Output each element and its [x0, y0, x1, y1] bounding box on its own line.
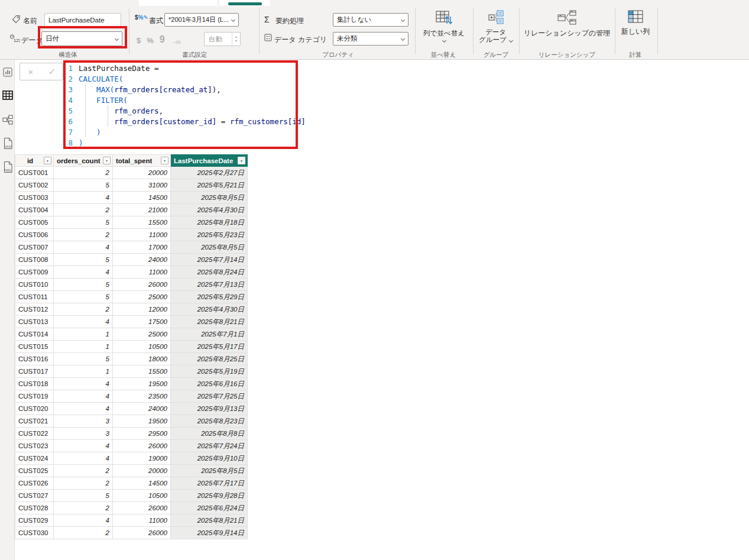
table-cell[interactable]: 2025年4月30日: [171, 204, 248, 216]
table-cell[interactable]: CUST025: [15, 465, 54, 477]
table-cell[interactable]: 2025年5月17日: [171, 341, 248, 353]
filter-dropdown-icon[interactable]: ▼: [44, 157, 51, 164]
table-cell[interactable]: 10500: [113, 341, 171, 353]
table-cell[interactable]: 2025年8月21日: [171, 514, 248, 527]
table-cell[interactable]: 31000: [113, 179, 171, 192]
table-cell[interactable]: 24000: [113, 254, 171, 266]
sort-by-column-button[interactable]: 列で並べ替え: [417, 9, 471, 42]
thousands-separator-icon[interactable]: 9: [160, 34, 165, 45]
table-cell[interactable]: 2: [54, 477, 113, 490]
table-cell[interactable]: 2025年8月8日: [171, 428, 248, 440]
table-cell[interactable]: 11000: [113, 266, 171, 279]
manage-relationships-button[interactable]: リレーションシップの管理: [521, 9, 612, 37]
table-cell[interactable]: CUST018: [15, 378, 54, 390]
commit-icon[interactable]: ✓: [41, 63, 63, 80]
table-cell[interactable]: 14500: [113, 192, 171, 204]
table-cell[interactable]: 2025年7月17日: [171, 477, 248, 490]
table-cell[interactable]: 2025年9月28日: [171, 490, 248, 502]
table-cell[interactable]: 26000: [113, 527, 171, 539]
table-cell[interactable]: 19000: [113, 452, 171, 465]
column-header-total-spent[interactable]: total_spent▼: [113, 155, 171, 167]
code-line[interactable]: 3 MAX(rfm_orders[created_at]),: [67, 85, 306, 95]
table-cell[interactable]: CUST006: [15, 229, 54, 241]
table-cell[interactable]: CUST012: [15, 303, 54, 316]
table-cell[interactable]: 17000: [113, 241, 171, 254]
table-cell[interactable]: 4: [54, 514, 113, 527]
currency-format-icon[interactable]: $: [137, 36, 141, 45]
dax-code[interactable]: 1LastPurchaseDate =2CALCULATE(3 MAX(rfm_…: [67, 63, 306, 148]
table-cell[interactable]: 10500: [113, 490, 171, 502]
table-cell[interactable]: 4: [54, 378, 113, 390]
datatype-dropdown[interactable]: 日付: [41, 31, 122, 46]
percent-format-icon[interactable]: %: [147, 36, 154, 45]
summarization-dropdown[interactable]: 集計しない: [333, 13, 408, 27]
cancel-icon[interactable]: ×: [20, 63, 41, 80]
column-header-lastpurchasedate[interactable]: LastPurchaseDate▼: [171, 155, 248, 167]
sidebar-item-dax-query-view[interactable]: DAX/: [1, 136, 14, 150]
table-cell[interactable]: 21000: [113, 204, 171, 216]
table-cell[interactable]: 19500: [113, 378, 171, 390]
sidebar-item-table-view[interactable]: [1, 88, 14, 102]
table-cell[interactable]: 2025年5月21日: [171, 179, 248, 192]
table-cell[interactable]: 2025年8月25日: [171, 353, 248, 365]
table-cell[interactable]: 29500: [113, 428, 171, 440]
table-cell[interactable]: 2: [54, 303, 113, 316]
table-cell[interactable]: 15500: [113, 365, 171, 378]
table-cell[interactable]: CUST030: [15, 527, 54, 539]
filter-dropdown-icon[interactable]: ▼: [238, 157, 245, 164]
table-cell[interactable]: CUST009: [15, 266, 54, 279]
table-cell[interactable]: 2025年6月24日: [171, 502, 248, 514]
table-cell[interactable]: 2025年7月24日: [171, 440, 248, 452]
code-line[interactable]: 5 rfm_orders,: [67, 106, 306, 116]
table-cell[interactable]: 2025年4月30日: [171, 303, 248, 316]
table-cell[interactable]: CUST022: [15, 428, 54, 440]
ribbon-tab-remnant[interactable]: [139, 0, 217, 6]
format-dropdown[interactable]: *2001年3月14日 (L...: [164, 13, 239, 27]
table-cell[interactable]: CUST013: [15, 316, 54, 328]
sidebar-item-model-view[interactable]: [1, 112, 14, 127]
table-cell[interactable]: 4: [54, 390, 113, 403]
code-line[interactable]: 1LastPurchaseDate =: [67, 63, 306, 74]
table-cell[interactable]: 2025年5月29日: [171, 291, 248, 303]
table-cell[interactable]: 2025年7月14日: [171, 254, 248, 266]
table-cell[interactable]: CUST002: [15, 179, 54, 192]
table-cell[interactable]: CUST026: [15, 477, 54, 490]
table-cell[interactable]: CUST001: [15, 167, 54, 179]
table-cell[interactable]: 1: [54, 365, 113, 378]
table-cell[interactable]: CUST011: [15, 291, 54, 303]
table-cell[interactable]: 18000: [113, 353, 171, 365]
decimal-places-icon[interactable]: →00: [171, 40, 181, 45]
table-cell[interactable]: 5: [54, 490, 113, 502]
table-cell[interactable]: 2: [54, 465, 113, 477]
table-cell[interactable]: 2025年5月23日: [171, 229, 248, 241]
table-cell[interactable]: CUST029: [15, 514, 54, 527]
table-cell[interactable]: 5: [54, 216, 113, 229]
code-line[interactable]: 8): [67, 138, 306, 148]
spinner-arrows[interactable]: ▴▾: [232, 33, 240, 46]
table-cell[interactable]: 2025年9月13日: [171, 403, 248, 415]
table-cell[interactable]: CUST020: [15, 403, 54, 415]
table-cell[interactable]: 12000: [113, 303, 171, 316]
table-cell[interactable]: 2025年7月25日: [171, 390, 248, 403]
table-cell[interactable]: 5: [54, 353, 113, 365]
table-cell[interactable]: 26000: [113, 440, 171, 452]
table-cell[interactable]: 2: [54, 229, 113, 241]
code-line[interactable]: 7 ): [67, 127, 306, 138]
table-cell[interactable]: 3: [54, 415, 113, 428]
table-cell[interactable]: CUST016: [15, 353, 54, 365]
table-cell[interactable]: 2025年8月5日: [171, 465, 248, 477]
table-cell[interactable]: 4: [54, 241, 113, 254]
table-cell[interactable]: CUST003: [15, 192, 54, 204]
column-header-orders-count[interactable]: orders_count▼: [54, 155, 113, 167]
table-cell[interactable]: 1: [54, 341, 113, 353]
table-cell[interactable]: CUST019: [15, 390, 54, 403]
table-cell[interactable]: CUST023: [15, 440, 54, 452]
table-cell[interactable]: CUST028: [15, 502, 54, 514]
table-cell[interactable]: CUST015: [15, 341, 54, 353]
table-cell[interactable]: 2025年9月10日: [171, 452, 248, 465]
table-cell[interactable]: CUST024: [15, 452, 54, 465]
table-cell[interactable]: 2: [54, 167, 113, 179]
data-groups-button[interactable]: データ グループ: [475, 9, 517, 44]
table-cell[interactable]: 20000: [113, 465, 171, 477]
filter-dropdown-icon[interactable]: ▼: [161, 157, 168, 164]
